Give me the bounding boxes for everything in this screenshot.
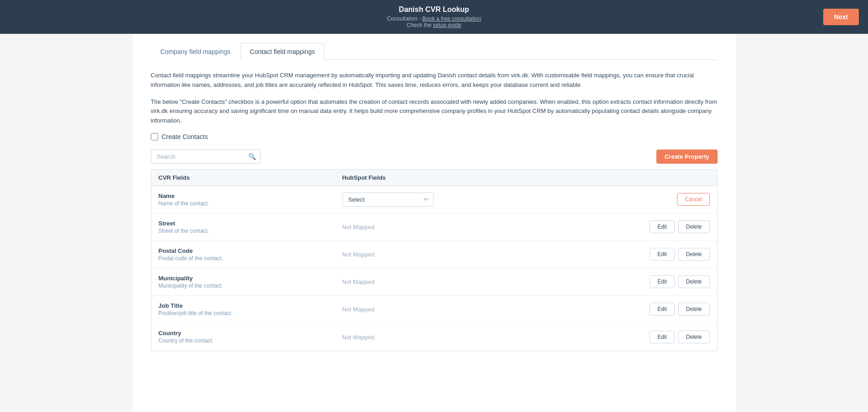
cvr-field-desc: Municipality of the contact.	[159, 283, 342, 289]
not-mapped-label: Not Mapped	[342, 278, 375, 285]
tabs-container: Company field mappings Contact field map…	[151, 43, 718, 60]
table-row: Postal Code Postal code of the contact. …	[151, 241, 717, 268]
book-link[interactable]: Book a free consultation	[422, 16, 481, 22]
cvr-field-desc: Name of the contact.	[159, 200, 342, 207]
cvr-field-name: Name	[159, 193, 342, 199]
col-hubspot-fields: HubSpot Fields	[342, 174, 526, 181]
main-content: Company field mappings Contact field map…	[133, 34, 736, 412]
cvr-field-cell: Street Street of the contact.	[159, 220, 342, 234]
cvr-field-name: Municipality	[159, 275, 342, 282]
header-subtitle: Consultation - Book a free consultation …	[9, 16, 859, 28]
cvr-field-desc: Position/job title of the contact.	[159, 310, 342, 316]
delete-button[interactable]: Delete	[678, 303, 710, 316]
action-buttons: Edit Delete	[526, 220, 710, 233]
create-property-button[interactable]: Create Property	[656, 150, 718, 164]
table-row: Municipality Municipality of the contact…	[151, 268, 717, 296]
search-input[interactable]	[151, 150, 261, 164]
field-mappings-table: CVR Fields HubSpot Fields Name Name of t…	[151, 169, 718, 351]
cvr-field-name: Country	[159, 330, 342, 337]
action-buttons: Edit Delete	[526, 331, 710, 343]
edit-button[interactable]: Edit	[650, 275, 675, 288]
create-contacts-label[interactable]: Create Contacts	[162, 133, 208, 140]
description-2: The below "Create Contacts" checkbox is …	[151, 97, 718, 126]
action-buttons: Cancel	[526, 193, 710, 206]
not-mapped-label: Not Mapped	[342, 334, 375, 341]
cvr-field-name: Job Title	[159, 302, 342, 309]
delete-button[interactable]: Delete	[678, 248, 710, 261]
hubspot-field-cell: Select	[342, 193, 526, 207]
cvr-field-desc: Country of the contact.	[159, 337, 342, 344]
action-buttons: Edit Delete	[526, 248, 710, 261]
app-header: Danish CVR Lookup Consultation - Book a …	[0, 0, 868, 34]
cvr-field-cell: Municipality Municipality of the contact…	[159, 275, 342, 289]
subtitle-prefix: Consultation -	[387, 16, 422, 22]
not-mapped-label: Not Mapped	[342, 224, 375, 230]
create-contacts-row: Create Contacts	[151, 133, 718, 140]
app-title: Danish CVR Lookup	[9, 5, 859, 14]
description-1: Contact field mappings streamline your H…	[151, 71, 718, 90]
delete-button[interactable]: Delete	[678, 220, 710, 233]
edit-button[interactable]: Edit	[650, 303, 675, 316]
setup-link[interactable]: setup guide	[433, 22, 461, 28]
create-contacts-checkbox[interactable]	[151, 133, 158, 140]
table-row: Name Name of the contact. Select Cancel	[151, 186, 717, 214]
table-row: Job Title Position/job title of the cont…	[151, 296, 717, 323]
search-wrap: 🔍	[151, 150, 261, 164]
hubspot-field-cell: Not Mapped	[342, 278, 526, 285]
check-prefix: Check the	[407, 22, 433, 28]
hubspot-field-select[interactable]: Select	[342, 193, 434, 207]
toolbar: 🔍 Create Property	[151, 150, 718, 164]
table-header: CVR Fields HubSpot Fields	[151, 170, 717, 186]
delete-button[interactable]: Delete	[678, 275, 710, 288]
hubspot-field-cell: Not Mapped	[342, 333, 526, 341]
col-cvr-fields: CVR Fields	[159, 174, 342, 181]
not-mapped-label: Not Mapped	[342, 306, 375, 313]
cvr-field-name: Postal Code	[159, 247, 342, 254]
not-mapped-label: Not Mapped	[342, 251, 375, 258]
table-row: Country Country of the contact. Not Mapp…	[151, 323, 717, 351]
search-icon: 🔍	[248, 153, 256, 160]
cvr-field-cell: Job Title Position/job title of the cont…	[159, 302, 342, 316]
action-buttons: Edit Delete	[526, 275, 710, 288]
edit-button[interactable]: Edit	[650, 248, 675, 261]
cvr-field-desc: Postal code of the contact.	[159, 255, 342, 262]
hubspot-field-cell: Not Mapped	[342, 223, 526, 230]
edit-button[interactable]: Edit	[650, 331, 675, 343]
cancel-button[interactable]: Cancel	[677, 193, 709, 206]
action-buttons: Edit Delete	[526, 303, 710, 316]
cvr-field-name: Street	[159, 220, 342, 227]
cvr-field-cell: Country Country of the contact.	[159, 330, 342, 344]
cvr-field-cell: Postal Code Postal code of the contact.	[159, 247, 342, 262]
col-actions	[526, 174, 710, 181]
cvr-field-cell: Name Name of the contact.	[159, 193, 342, 207]
tab-company-field-mappings[interactable]: Company field mappings	[151, 43, 240, 60]
table-row: Street Street of the contact. Not Mapped…	[151, 214, 717, 241]
delete-button[interactable]: Delete	[678, 331, 710, 343]
edit-button[interactable]: Edit	[650, 220, 675, 233]
hubspot-field-cell: Not Mapped	[342, 251, 526, 258]
hubspot-field-cell: Not Mapped	[342, 305, 526, 313]
tab-contact-field-mappings[interactable]: Contact field mappings	[240, 43, 325, 60]
cvr-field-desc: Street of the contact.	[159, 228, 342, 234]
next-button[interactable]: Next	[823, 9, 859, 25]
